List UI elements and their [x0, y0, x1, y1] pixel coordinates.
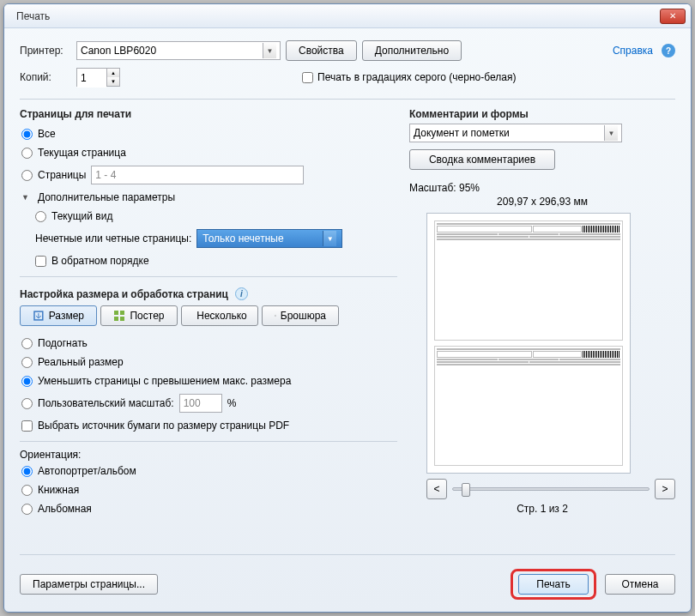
comments-value: Документ и пометки [414, 127, 510, 139]
actual-label: Реальный размер [38, 356, 124, 368]
orientation-portrait-label: Книжная [38, 484, 79, 496]
printer-value: Canon LBP6020 [81, 45, 156, 57]
comments-select[interactable]: Документ и пометки ▼ [409, 124, 622, 142]
orientation-landscape-label: Альбомная [38, 503, 92, 515]
orientation-auto-radio[interactable] [21, 466, 33, 477]
preview-slider[interactable] [452, 487, 650, 491]
slider-thumb[interactable] [462, 483, 470, 497]
orientation-title: Ориентация: [20, 449, 397, 461]
orientation-landscape-radio[interactable] [21, 504, 33, 515]
grayscale-checkbox[interactable] [302, 72, 313, 83]
odd-even-select[interactable]: Только нечетные ▼ [196, 229, 342, 248]
close-button[interactable]: ✕ [660, 9, 686, 24]
print-dialog: Печать ✕ Принтер: Canon LBP6020 ▼ Свойст… [3, 3, 692, 613]
custom-scale-input[interactable] [179, 394, 222, 413]
preview-document-1 [434, 220, 623, 341]
more-options-label: Дополнительные параметры [38, 191, 175, 203]
svg-rect-3 [114, 317, 118, 321]
pages-range-input[interactable] [91, 166, 304, 184]
window-title: Печать [16, 10, 660, 22]
copies-label: Копий: [20, 71, 71, 83]
reverse-order-checkbox[interactable] [35, 256, 46, 267]
poster-button[interactable]: Постер [100, 305, 178, 326]
pages-all-radio[interactable] [21, 129, 33, 140]
percent-label: % [227, 397, 237, 409]
odd-even-label: Нечетные или четные страницы: [35, 233, 191, 245]
printer-label: Принтер: [20, 45, 71, 57]
svg-rect-2 [120, 311, 124, 315]
reverse-order-label: В обратном порядке [51, 255, 149, 267]
shrink-radio[interactable] [21, 376, 33, 387]
pages-range-radio[interactable] [21, 170, 33, 181]
chevron-down-icon: ▼ [323, 231, 336, 246]
sizing-group-title: Настройка размера и обработка страниц [20, 288, 228, 300]
copies-input[interactable] [77, 69, 106, 88]
fit-radio[interactable] [21, 338, 33, 349]
orientation-auto-label: Автопортрет/альбом [38, 465, 136, 477]
fit-label: Подогнать [38, 337, 88, 349]
booklet-button[interactable]: Брошюра [262, 305, 339, 326]
shrink-label: Уменьшить страницы с превышением макс. р… [38, 375, 291, 387]
properties-button[interactable]: Свойства [286, 40, 357, 61]
svg-rect-1 [114, 311, 118, 315]
spinner-up-icon[interactable]: ▲ [107, 69, 119, 77]
chevron-down-icon: ▼ [263, 43, 276, 58]
custom-scale-label: Пользовательский масштаб: [38, 397, 174, 409]
titlebar: Печать ✕ [4, 4, 691, 28]
comments-group-title: Комментарии и формы [409, 108, 675, 120]
info-icon[interactable]: i [235, 287, 248, 300]
print-button-highlight: Печать [511, 569, 596, 600]
odd-even-value: Только нечетные [202, 233, 283, 245]
advanced-button[interactable]: Дополнительно [362, 40, 462, 61]
multiple-button[interactable]: Несколько [181, 305, 258, 326]
comments-summary-button[interactable]: Сводка комментариев [409, 149, 555, 170]
paper-source-checkbox[interactable] [21, 420, 33, 432]
orientation-portrait-radio[interactable] [21, 485, 33, 496]
printer-select[interactable]: Canon LBP6020 ▼ [76, 41, 281, 60]
preview-prev-button[interactable]: < [426, 479, 447, 499]
custom-scale-radio[interactable] [21, 398, 33, 409]
current-view-label: Текущий вид [51, 210, 112, 222]
copies-spinner[interactable]: ▲▼ [76, 68, 120, 87]
pages-current-label: Текущая страница [38, 147, 126, 159]
cancel-button[interactable]: Отмена [605, 574, 675, 595]
chevron-down-icon: ▼ [604, 125, 618, 141]
spinner-down-icon[interactable]: ▼ [107, 77, 119, 86]
grayscale-label: Печать в градациях серого (черно-белая) [317, 71, 516, 83]
help-link[interactable]: Справка [613, 45, 653, 57]
svg-rect-4 [120, 317, 124, 321]
pages-current-radio[interactable] [21, 148, 33, 159]
preview-panel [426, 213, 631, 474]
print-button[interactable]: Печать [518, 574, 589, 595]
preview-dimensions: 209,97 x 296,93 мм [409, 196, 675, 208]
preview-next-button[interactable]: > [655, 479, 675, 499]
help-icon[interactable]: ? [662, 44, 675, 57]
pages-range-label: Страницы [38, 169, 86, 181]
preview-page-indicator: Стр. 1 из 2 [409, 503, 675, 515]
preview-document-2 [434, 346, 623, 466]
pages-group-title: Страницы для печати [20, 108, 397, 120]
pages-all-label: Все [38, 128, 56, 140]
actual-radio[interactable] [21, 357, 33, 368]
disclosure-icon[interactable]: ▼ [21, 193, 29, 202]
current-view-radio[interactable] [35, 211, 46, 222]
preview-scale: Масштаб: 95% [409, 182, 675, 194]
paper-source-label: Выбрать источник бумаги по размеру стран… [38, 420, 289, 432]
size-button[interactable]: Размер [20, 305, 97, 326]
page-setup-button[interactable]: Параметры страницы... [20, 574, 158, 595]
